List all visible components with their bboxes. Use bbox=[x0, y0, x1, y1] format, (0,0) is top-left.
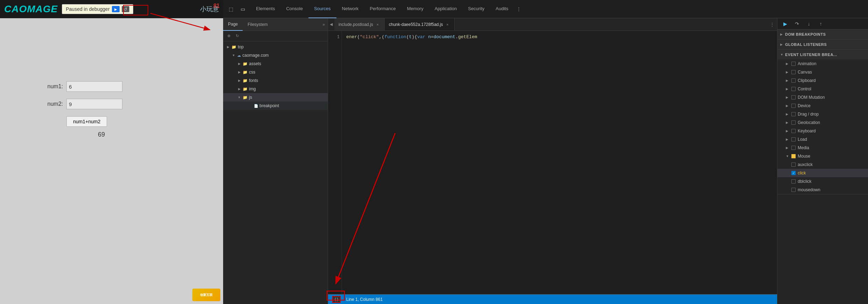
bp-mousedown[interactable]: mousedown bbox=[777, 186, 868, 194]
tree-item-top[interactable]: ▶ 📁 top bbox=[223, 43, 328, 51]
devtools-tabs: ⬚ ▭ Elements Console Sources Network Per… bbox=[223, 0, 868, 18]
tab-nav-left[interactable]: ◀ bbox=[328, 22, 334, 27]
bp-control-checkbox[interactable] bbox=[791, 87, 796, 91]
debugger-badge: Paused in debugger ↺ bbox=[62, 4, 133, 14]
bp-canvas-checkbox[interactable] bbox=[791, 70, 796, 74]
bp-click-checkbox[interactable] bbox=[791, 171, 796, 175]
bp-keyboard[interactable]: ▶ Keyboard bbox=[777, 127, 868, 135]
debugger-resume-icon[interactable]: ▶ bbox=[780, 19, 790, 29]
code-content: ener("click",(function(t){var n=document… bbox=[342, 31, 777, 294]
tree-label-assets: assets bbox=[249, 61, 261, 66]
bp-control-label: Control bbox=[798, 87, 811, 91]
bp-mouse[interactable]: ▼ Mouse bbox=[777, 152, 868, 160]
bp-canvas-label: Canvas bbox=[798, 70, 812, 75]
editor-tab-chunk[interactable]: chunk-daee552a.1728f5ad.js × bbox=[385, 18, 455, 31]
tree-item-breakpoint[interactable]: 📄 breakpoint bbox=[223, 102, 328, 110]
bp-mousedown-checkbox[interactable] bbox=[791, 188, 796, 192]
debugger-step-into-icon[interactable]: ↓ bbox=[804, 19, 814, 29]
bp-device-checkbox[interactable] bbox=[791, 104, 796, 108]
bp-drag-drop[interactable]: ▶ Drag / drop bbox=[777, 110, 868, 118]
tree-item-assets[interactable]: ▶ 📁 assets bbox=[223, 60, 328, 68]
editor-options-icon[interactable]: ⋮ bbox=[767, 22, 777, 27]
bp-dom-mutation-checkbox[interactable] bbox=[791, 95, 796, 99]
debugger-step-over-icon[interactable]: ↷ bbox=[792, 19, 802, 29]
tab-postload-close[interactable]: × bbox=[375, 22, 380, 27]
tab-chunk-label: chunk-daee552a.1728f5ad.js bbox=[389, 22, 443, 27]
code-token-document: document bbox=[434, 34, 455, 40]
bp-keyboard-checkbox[interactable] bbox=[791, 129, 796, 133]
event-listener-arrow-icon: ▼ bbox=[780, 53, 784, 56]
tab-sources[interactable]: Sources bbox=[308, 0, 336, 18]
tab-performance[interactable]: Performance bbox=[364, 0, 401, 18]
subtab-page[interactable]: Page bbox=[223, 18, 243, 31]
new-folder-icon[interactable]: ⊕ bbox=[225, 33, 232, 40]
tab-elements[interactable]: Elements bbox=[250, 0, 280, 18]
inspect-icon[interactable]: ⬚ bbox=[226, 4, 236, 14]
tab-console[interactable]: Console bbox=[280, 0, 308, 18]
debugger-step-out-icon[interactable]: ↑ bbox=[816, 19, 826, 29]
bp-control[interactable]: ▶ Control bbox=[777, 85, 868, 93]
tree-item-img[interactable]: ▶ 📁 img bbox=[223, 85, 328, 93]
tab-security[interactable]: Security bbox=[462, 0, 490, 18]
cloud-icon: ☁ bbox=[237, 53, 241, 58]
bp-drag-drop-checkbox[interactable] bbox=[791, 112, 796, 116]
bp-canvas-arrow-icon: ▶ bbox=[786, 70, 789, 74]
bp-auxclick[interactable]: auxclick bbox=[777, 160, 868, 169]
root: CAOMAGE Paused in debugger ↺ 小玩意 81 bbox=[0, 0, 868, 304]
tab-memory[interactable]: Memory bbox=[401, 0, 429, 18]
bp-animation-checkbox[interactable] bbox=[791, 62, 796, 66]
expand-domain-icon: ▼ bbox=[232, 53, 236, 57]
subtab-more[interactable]: » bbox=[322, 22, 328, 27]
bp-clipboard[interactable]: ▶ Clipboard bbox=[777, 76, 868, 85]
dom-breakpoints-header[interactable]: ▶ DOM Breakpoints bbox=[777, 29, 868, 39]
format-button[interactable]: { } bbox=[332, 296, 341, 303]
global-listeners-header[interactable]: ▶ Global Listeners bbox=[777, 40, 868, 49]
resume-button[interactable] bbox=[112, 6, 120, 12]
bp-animation[interactable]: ▶ Animation bbox=[777, 60, 868, 68]
bp-geolocation-checkbox[interactable] bbox=[791, 120, 796, 125]
subtab-filesystem[interactable]: Filesystem bbox=[243, 18, 272, 31]
statusbar-position: Line 1, Column 861 bbox=[346, 297, 383, 302]
step-button[interactable]: ↺ bbox=[122, 6, 129, 12]
num2-input[interactable] bbox=[66, 99, 122, 109]
tab-audits[interactable]: Audits bbox=[490, 0, 514, 18]
bp-geolocation-label: Geolocation bbox=[798, 120, 820, 125]
expand-css-icon: ▶ bbox=[237, 70, 241, 74]
tab-network[interactable]: Network bbox=[336, 0, 364, 18]
bp-click[interactable]: click bbox=[777, 169, 868, 177]
tree-item-css[interactable]: ▶ 📁 css bbox=[223, 68, 328, 76]
bp-clipboard-checkbox[interactable] bbox=[791, 78, 796, 83]
dom-bp-arrow-icon: ▶ bbox=[780, 33, 784, 36]
device-icon[interactable]: ▭ bbox=[238, 4, 248, 14]
bp-dblclick[interactable]: dblclick bbox=[777, 177, 868, 186]
bp-dblclick-checkbox[interactable] bbox=[791, 179, 796, 184]
bp-device[interactable]: ▶ Device bbox=[777, 102, 868, 110]
bp-load[interactable]: ▶ Load bbox=[777, 135, 868, 144]
tree-label-fonts: fonts bbox=[249, 78, 258, 83]
bp-canvas[interactable]: ▶ Canvas bbox=[777, 68, 868, 76]
tab-chunk-close[interactable]: × bbox=[445, 22, 450, 27]
editor-tab-postload[interactable]: include.postload.js × bbox=[334, 18, 385, 31]
expand-assets-icon: ▶ bbox=[237, 62, 241, 66]
tree-item-js[interactable]: ▼ 📁 js bbox=[223, 93, 328, 102]
devtools-main: Page Filesystem » ⊕ ↻ ▶ 📁 bbox=[223, 18, 868, 304]
tree-item-domain[interactable]: ▼ ☁ caomage.com bbox=[223, 51, 328, 60]
calculate-button[interactable]: num1+num2 bbox=[66, 116, 107, 127]
bp-geolocation[interactable]: ▶ Geolocation bbox=[777, 118, 868, 127]
file-tree: ▶ 📁 top ▼ ☁ caomage.com ▶ 📁 assets bbox=[223, 41, 328, 304]
bp-media-checkbox[interactable] bbox=[791, 146, 796, 150]
tab-application[interactable]: Application bbox=[429, 0, 463, 18]
dom-breakpoints-section: ▶ DOM Breakpoints bbox=[777, 29, 868, 40]
bp-animation-arrow-icon: ▶ bbox=[786, 62, 789, 65]
tree-item-fonts[interactable]: ▶ 📁 fonts bbox=[223, 76, 328, 85]
num1-input[interactable] bbox=[66, 81, 122, 92]
bp-mouse-checkbox[interactable] bbox=[791, 154, 796, 158]
bp-load-checkbox[interactable] bbox=[791, 137, 796, 141]
refresh-icon[interactable]: ↻ bbox=[234, 33, 241, 40]
bp-dom-mutation[interactable]: ▶ DOM Mutation bbox=[777, 93, 868, 102]
more-tabs-button[interactable]: ⋮ bbox=[514, 6, 524, 12]
event-listener-header[interactable]: ▼ Event Listener Brea... bbox=[777, 50, 868, 60]
bp-auxclick-checkbox[interactable] bbox=[791, 163, 796, 167]
bp-media-arrow-icon: ▶ bbox=[786, 146, 789, 150]
bp-media[interactable]: ▶ Media bbox=[777, 144, 868, 152]
